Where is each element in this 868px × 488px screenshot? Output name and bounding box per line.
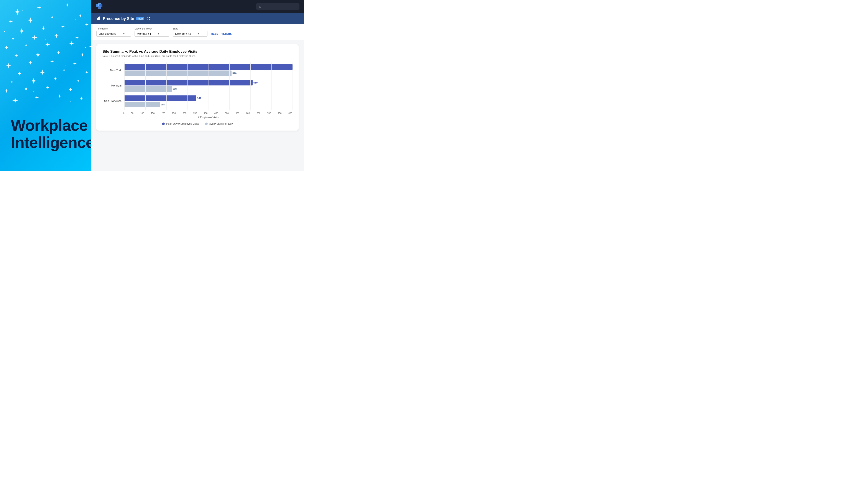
bar-row-ny-avg: 510 bbox=[124, 70, 292, 76]
svg-point-7 bbox=[65, 65, 65, 65]
x-tick-300: 300 bbox=[176, 112, 187, 115]
svg-point-4 bbox=[45, 39, 46, 39]
legend-avg: Avg # Visits Per Day bbox=[205, 122, 233, 125]
filters-bar: Timeframe Last 180 days ▼ Day of the Wee… bbox=[91, 24, 304, 40]
reset-filters-button[interactable]: RESET FILTERS bbox=[211, 31, 232, 37]
y-label-ny: New York bbox=[102, 63, 122, 77]
bar-sf-peak: 342 bbox=[124, 95, 196, 101]
legend-avg-dot bbox=[205, 123, 208, 125]
x-tick-50: 50 bbox=[123, 112, 134, 115]
bar-montreal-peak: 610 bbox=[124, 80, 253, 86]
bar-label-ny-avg: 510 bbox=[232, 72, 237, 75]
sites-select[interactable]: New York +2 ▼ bbox=[173, 31, 208, 37]
y-label-sf: San Francisco bbox=[102, 94, 122, 108]
page-title: Presence by Site bbox=[103, 17, 134, 21]
x-tick-600: 600 bbox=[240, 112, 250, 115]
timeframe-value: Last 180 days bbox=[99, 32, 116, 35]
y-axis: New York Montreal San Francisco bbox=[102, 62, 124, 119]
bar-label-sf-peak: 342 bbox=[197, 97, 201, 100]
svg-point-3 bbox=[4, 31, 5, 32]
legend-peak-label: Peak Day # Employee Visits bbox=[166, 122, 199, 125]
x-tick-200: 200 bbox=[155, 112, 165, 115]
day-select[interactable]: Monday +4 ▼ bbox=[134, 31, 169, 37]
main-content: Site Summary: Peak vs Average Daily Empl… bbox=[91, 40, 304, 135]
x-axis-label: # Employee Visits bbox=[124, 116, 292, 119]
timeframe-chevron: ▼ bbox=[123, 33, 125, 35]
day-chevron: ▼ bbox=[158, 33, 160, 35]
svg-point-22 bbox=[149, 19, 150, 20]
svg-point-5 bbox=[85, 47, 86, 48]
bar-row-sf-avg: 168 bbox=[124, 102, 292, 107]
x-tick-550: 550 bbox=[229, 112, 240, 115]
svg-point-20 bbox=[149, 17, 150, 18]
sites-filter: Sites New York +2 ▼ bbox=[173, 27, 208, 37]
bar-label-sf-avg: 168 bbox=[161, 103, 165, 106]
legend-peak: Peak Day # Employee Visits bbox=[162, 122, 199, 125]
headline: Workplace Intelligence bbox=[11, 117, 94, 151]
bar-ny-avg: 510 bbox=[124, 70, 231, 76]
legend-peak-dot bbox=[162, 123, 165, 125]
bar-sf-avg: 168 bbox=[124, 102, 160, 107]
svg-point-1 bbox=[75, 19, 76, 20]
headline-line1: Workplace bbox=[11, 117, 94, 134]
x-tick-250: 250 bbox=[165, 112, 176, 115]
x-tick-500: 500 bbox=[219, 112, 229, 115]
day-value: Monday +4 bbox=[137, 32, 151, 35]
bars-area: 510 610 bbox=[124, 62, 292, 110]
svg-rect-17 bbox=[98, 18, 99, 20]
svg-rect-15 bbox=[98, 6, 101, 9]
svg-rect-18 bbox=[99, 17, 100, 20]
bar-group-montreal: 610 227 bbox=[124, 80, 292, 92]
bar-group-sf: 342 168 bbox=[124, 95, 292, 107]
x-tick-350: 350 bbox=[187, 112, 197, 115]
svg-point-6 bbox=[16, 55, 17, 56]
bar-ny-peak bbox=[124, 64, 292, 70]
svg-point-21 bbox=[147, 19, 148, 20]
timeframe-filter: Timeframe Last 180 days ▼ bbox=[96, 27, 131, 37]
bar-group-ny: 510 bbox=[124, 64, 292, 76]
search-icon: ⌕ bbox=[259, 5, 261, 8]
bar-label-montreal-avg: 227 bbox=[173, 88, 177, 90]
svg-point-10 bbox=[70, 101, 71, 102]
svg-rect-16 bbox=[97, 18, 98, 20]
expand-icon[interactable] bbox=[147, 17, 150, 21]
search-bar[interactable]: ⌕ bbox=[256, 3, 300, 10]
x-tick-650: 650 bbox=[250, 112, 261, 115]
svg-point-0 bbox=[22, 10, 23, 11]
x-tick-450: 450 bbox=[208, 112, 219, 115]
x-tick-800: 800 bbox=[282, 112, 292, 115]
nav-bar: ⌕ bbox=[91, 0, 304, 13]
timeframe-label: Timeframe bbox=[96, 27, 131, 30]
svg-point-19 bbox=[147, 17, 148, 18]
svg-point-9 bbox=[33, 91, 34, 92]
y-label-montreal: Montreal bbox=[102, 79, 122, 93]
x-tick-100: 100 bbox=[134, 112, 145, 115]
bar-row-sf-peak: 342 bbox=[124, 95, 292, 101]
x-axis: 0 50 100 150 200 250 300 350 400 450 500… bbox=[124, 111, 292, 115]
bar-label-montreal-peak: 610 bbox=[253, 82, 257, 84]
day-label: Day of the Week bbox=[134, 27, 169, 30]
sites-value: New York +2 bbox=[175, 32, 191, 35]
chart-card: Site Summary: Peak vs Average Daily Empl… bbox=[96, 44, 299, 131]
sites-label: Sites bbox=[173, 27, 208, 30]
chart-note: Note: This chart responds to the Time an… bbox=[102, 55, 292, 57]
page-header: Presence by Site NEW bbox=[91, 13, 304, 24]
x-tick-400: 400 bbox=[197, 112, 208, 115]
bar-montreal-avg: 227 bbox=[124, 86, 172, 92]
x-tick-750: 750 bbox=[272, 112, 282, 115]
chart-icon bbox=[96, 16, 101, 22]
sites-chevron: ▼ bbox=[197, 33, 199, 35]
x-tick-150: 150 bbox=[145, 112, 155, 115]
bar-row-montreal-peak: 610 bbox=[124, 80, 292, 86]
new-badge: NEW bbox=[136, 17, 144, 21]
timeframe-select[interactable]: Last 180 days ▼ bbox=[96, 31, 131, 37]
bar-row-ny-peak bbox=[124, 64, 292, 70]
x-tick-700: 700 bbox=[261, 112, 272, 115]
chart-title: Site Summary: Peak vs Average Daily Empl… bbox=[102, 50, 292, 54]
bar-row-montreal-avg: 227 bbox=[124, 86, 292, 92]
headline-line2: Intelligence bbox=[11, 134, 94, 151]
app-window: ⌕ Presence by Site NEW Timeframe bbox=[91, 0, 304, 171]
day-filter: Day of the Week Monday +4 ▼ bbox=[134, 27, 169, 37]
chart-legend: Peak Day # Employee Visits Avg # Visits … bbox=[102, 122, 292, 125]
chart-body: 510 610 bbox=[124, 62, 292, 119]
